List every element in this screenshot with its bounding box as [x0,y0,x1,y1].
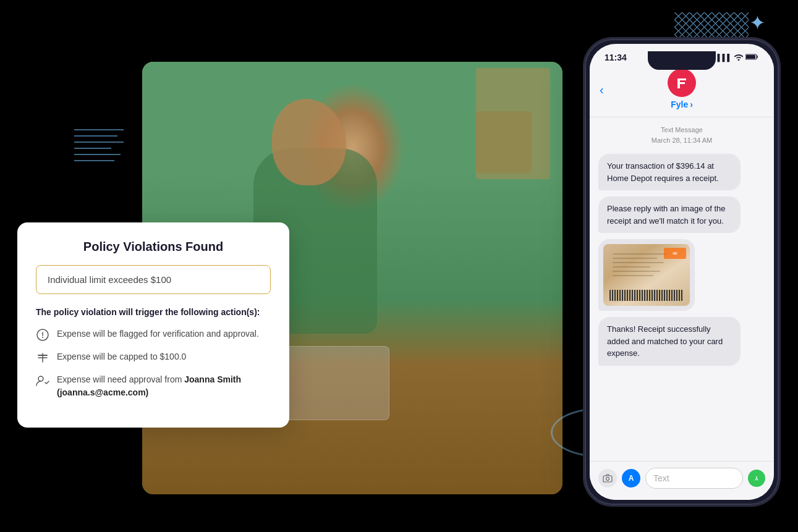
policy-card-title: Policy Violations Found [36,240,271,254]
sparkle-icon: ✦ [749,11,766,35]
actions-label: The policy violation will trigger the fo… [36,306,271,319]
message-bubble-1: Your transaction of $396.14 at Home Depo… [598,154,741,190]
audio-icon-btn[interactable]: A [622,469,640,488]
svg-rect-14 [746,55,755,59]
status-time: 11:34 [605,53,627,62]
deco-lines-left [74,124,124,173]
fyle-avatar [668,69,696,97]
phone-notch [648,51,716,70]
phone-input-bar: A Text [590,461,774,500]
cap-icon [36,351,49,365]
fyle-name[interactable]: Fyle › [671,99,693,109]
status-icons: ▌▌▌ [718,53,759,62]
phone-header: ‹ Fyle › [590,62,774,117]
messages-container: Text Message March 28, 11:34 AM Your tra… [590,117,774,461]
battery-icon [745,53,759,62]
message-bubble-4: Thanks! Receipt successfully added and m… [598,317,741,366]
violation-box: Individual limit exceedes $100 [36,265,271,294]
text-input[interactable]: Text [645,468,743,489]
svg-point-16 [606,478,609,481]
approval-icon [36,374,49,387]
svg-rect-15 [603,476,612,482]
policy-card: Policy Violations Found Individual limit… [17,222,289,428]
camera-icon-btn[interactable] [598,469,617,488]
action-item-3: Expense will need approval from Joanna S… [36,373,271,399]
wifi-icon [734,53,743,62]
back-button[interactable]: ‹ [600,83,604,97]
action-item-2: Expense will be capped to $100.0 [36,350,271,365]
alert-circle-icon [36,328,49,342]
svg-point-12 [38,376,43,381]
receipt-image: HD [603,244,690,306]
phone-mockup: 11:34 ▌▌▌ ‹ Fyle › [583,37,781,507]
svg-point-8 [42,337,43,338]
action-text-1: Expense will be flagged for verification… [57,327,259,340]
signal-icon: ▌▌▌ [718,54,732,61]
send-button[interactable] [748,470,765,487]
phone-screen: 11:34 ▌▌▌ ‹ Fyle › [590,44,774,500]
message-bubble-2: Please reply with an image of the receip… [598,196,741,233]
action-text-3: Expense will need approval from Joanna S… [57,373,271,399]
action-text-2: Expense will be capped to $100.0 [57,350,186,363]
message-image: HD [598,239,695,311]
message-timestamp: Text Message March 28, 11:34 AM [598,125,765,145]
action-item-1: Expense will be flagged for verification… [36,327,271,342]
